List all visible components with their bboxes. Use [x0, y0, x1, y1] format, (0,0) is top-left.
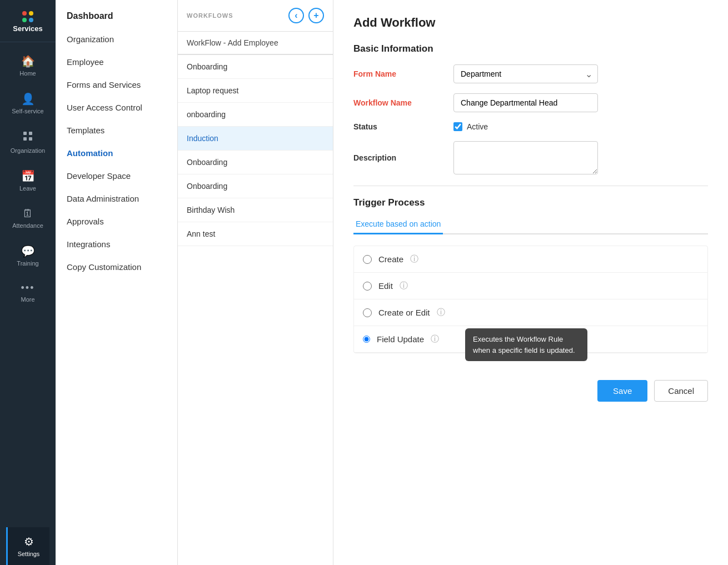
radio-create-or-edit-label: Create or Edit — [378, 308, 430, 317]
basic-info-title: Basic Information — [353, 43, 708, 54]
training-icon: 💬 — [21, 244, 35, 258]
services-label: Services — [13, 24, 43, 33]
dot-red — [22, 11, 27, 16]
radio-field-update[interactable] — [363, 336, 370, 343]
radio-create-row: Create ⓘ — [354, 246, 707, 273]
radio-create-or-edit[interactable] — [363, 308, 372, 317]
workflow-panel-header: WORKFLOWS ‹ + — [178, 0, 333, 32]
workflow-item-laptop-request[interactable]: Laptop request — [178, 79, 333, 103]
status-label: Status — [353, 122, 442, 131]
description-row: Description — [353, 141, 708, 174]
workflow-name-input[interactable] — [453, 93, 598, 112]
nav-item-approvals[interactable]: Approvals — [56, 210, 177, 233]
status-checkbox[interactable] — [453, 122, 462, 131]
edit-info-icon[interactable]: ⓘ — [400, 281, 408, 291]
workflow-item-birthday-wish[interactable]: Birthday Wish — [178, 198, 333, 222]
attendance-icon: 🗓 — [22, 207, 33, 220]
self-service-label: Self-service — [12, 108, 43, 114]
dot-blue — [29, 18, 33, 22]
organization-label: Organization — [11, 147, 45, 154]
form-name-select-wrapper: Department Employee Leave Onboarding ⌄ — [453, 64, 598, 83]
organization-icon — [22, 130, 34, 145]
sidebar-icon-home[interactable]: 🏠 Home — [6, 47, 49, 84]
radio-edit[interactable] — [363, 282, 372, 291]
page-title: Add Workflow — [353, 16, 708, 30]
home-label: Home — [19, 70, 36, 77]
nav-item-organization[interactable]: Organization — [56, 28, 177, 51]
sidebar-icon-more[interactable]: ••• More — [6, 274, 49, 311]
radio-field-update-row: Field Update ⓘ Executes the Workflow Rul… — [354, 326, 707, 353]
icon-sidebar-nav: 🏠 Home 👤 Self-service Organization 📅 Lea… — [6, 47, 49, 565]
cancel-button[interactable]: Cancel — [654, 380, 708, 402]
svg-rect-0 — [23, 132, 27, 135]
attendance-label: Attendance — [12, 222, 43, 229]
radio-edit-label: Edit — [378, 281, 393, 291]
status-checkbox-row: Active — [453, 122, 488, 131]
radio-create-label: Create — [378, 254, 403, 264]
nav-item-data-admin[interactable]: Data Administration — [56, 187, 177, 210]
create-info-icon[interactable]: ⓘ — [410, 254, 418, 264]
workflow-name-label: Workflow Name — [353, 98, 442, 107]
leave-icon: 📅 — [21, 169, 35, 183]
sidebar-icon-attendance[interactable]: 🗓 Attendance — [6, 199, 49, 237]
trigger-section-title: Trigger Process — [353, 197, 708, 208]
workflow-item-induction[interactable]: Induction — [178, 127, 333, 151]
save-button[interactable]: Save — [597, 380, 647, 402]
workflow-panel: WORKFLOWS ‹ + WorkFlow - Add Employee On… — [178, 0, 333, 565]
nav-item-integrations[interactable]: Integrations — [56, 233, 177, 256]
radio-create[interactable] — [363, 255, 372, 264]
icon-sidebar: Services 🏠 Home 👤 Self-service Organizat… — [0, 0, 56, 565]
workflow-panel-title: WORKFLOWS — [187, 12, 233, 19]
workflow-item-onboarding-3[interactable]: Onboarding — [178, 151, 333, 174]
workflow-prev-button[interactable]: ‹ — [288, 8, 304, 23]
workflow-header-buttons: ‹ + — [288, 8, 324, 23]
more-icon: ••• — [21, 282, 35, 294]
sidebar-icon-self-service[interactable]: 👤 Self-service — [6, 84, 49, 122]
description-label: Description — [353, 153, 442, 162]
nav-item-dashboard[interactable]: Dashboard — [56, 4, 177, 28]
form-name-row: Form Name Department Employee Leave Onbo… — [353, 64, 708, 83]
radio-create-or-edit-row: Create or Edit ⓘ — [354, 299, 707, 326]
nav-item-copy-customization[interactable]: Copy Customization — [56, 256, 177, 278]
nav-item-user-access[interactable]: User Access Control — [56, 96, 177, 119]
tab-execute-based-on-action[interactable]: Execute based on action — [353, 215, 443, 234]
radio-edit-row: Edit ⓘ — [354, 273, 707, 299]
form-name-select[interactable]: Department Employee Leave Onboarding — [453, 64, 598, 83]
nav-item-employee[interactable]: Employee — [56, 51, 177, 73]
workflow-item-onboarding-4[interactable]: Onboarding — [178, 174, 333, 198]
field-update-info-icon[interactable]: ⓘ — [431, 334, 439, 344]
training-label: Training — [17, 260, 38, 267]
nav-item-templates[interactable]: Templates — [56, 119, 177, 142]
status-row: Status Active — [353, 122, 708, 131]
workflow-item-onboarding-1[interactable]: Onboarding — [178, 55, 333, 79]
workflow-item-onboarding-2[interactable]: onboarding — [178, 103, 333, 127]
form-name-label: Form Name — [353, 69, 442, 78]
sidebar-icon-training[interactable]: 💬 Training — [6, 237, 49, 274]
leave-label: Leave — [19, 185, 36, 192]
sidebar-icon-organization[interactable]: Organization — [6, 122, 49, 162]
more-label: More — [21, 296, 34, 303]
nav-item-automation[interactable]: Automation — [56, 142, 177, 164]
svg-rect-1 — [29, 132, 32, 135]
sidebar-icon-settings[interactable]: ⚙ Settings — [6, 527, 49, 565]
workflow-item-ann-test[interactable]: Ann test — [178, 222, 333, 246]
dot-yellow — [29, 11, 33, 16]
section-divider — [353, 186, 708, 186]
settings-icon: ⚙ — [24, 535, 34, 548]
status-checkbox-label: Active — [467, 122, 488, 131]
workflow-selected-item[interactable]: WorkFlow - Add Employee — [178, 32, 333, 55]
services-logo: Services — [0, 6, 56, 42]
field-update-tooltip: Executes the Workflow Rule when a specif… — [465, 328, 587, 361]
self-service-icon: 👤 — [21, 92, 35, 106]
description-textarea[interactable] — [453, 141, 598, 174]
sidebar-icon-leave[interactable]: 📅 Leave — [6, 162, 49, 199]
workflow-add-button[interactable]: + — [308, 8, 324, 23]
logo-dots — [22, 11, 33, 22]
nav-item-developer-space[interactable]: Developer Space — [56, 164, 177, 187]
home-icon: 🏠 — [21, 54, 35, 68]
svg-rect-3 — [29, 137, 32, 141]
nav-item-forms-services[interactable]: Forms and Services — [56, 73, 177, 96]
trigger-tab-bar: Execute based on action — [353, 215, 708, 234]
create-or-edit-info-icon[interactable]: ⓘ — [437, 307, 445, 318]
footer-actions: Save Cancel — [353, 371, 708, 402]
